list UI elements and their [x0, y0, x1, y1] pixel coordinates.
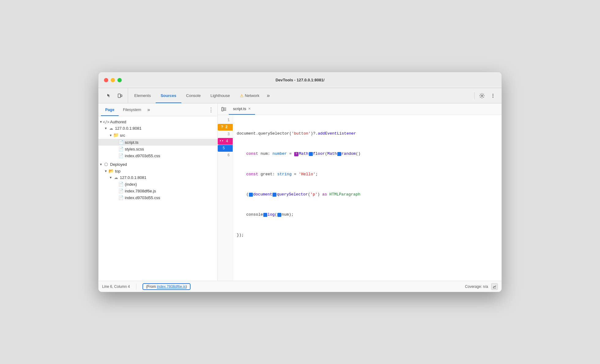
- script-ts-label: script.ts: [125, 140, 139, 145]
- tree-script-ts[interactable]: 📄 script.ts: [98, 139, 217, 146]
- tree-index-css[interactable]: 📄 index.d9703d55.css: [98, 152, 217, 159]
- tree-deployed-top[interactable]: ▼ 📂 top: [98, 168, 217, 174]
- window-controls: [104, 78, 122, 82]
- tab-elements[interactable]: Elements: [129, 88, 156, 103]
- index-js-label: index.7808df6e.js: [125, 189, 156, 193]
- window-title: DevTools - 127.0.0.1:8081/: [276, 78, 324, 82]
- src-folder-label: src: [120, 133, 125, 138]
- source-prefix: (From: [146, 284, 157, 289]
- deployed-cloud-icon: ☁: [113, 175, 119, 180]
- tree-index-js[interactable]: 📄 index.7808df6e.js: [98, 188, 217, 194]
- top-folder-label: top: [115, 169, 120, 173]
- svg-rect-0: [118, 94, 120, 98]
- tabbar-right: [473, 88, 502, 103]
- code-line-1: document.querySelector('button')?.addEve…: [237, 130, 498, 137]
- network-warning-icon: ⚠: [240, 93, 244, 98]
- src-arrow-icon: ▼: [108, 134, 113, 137]
- main-tabbar: Elements Sources Console Lighthouse ⚠ Ne…: [98, 88, 502, 103]
- tab-more-button[interactable]: »: [264, 88, 272, 103]
- inspect-icon[interactable]: [104, 91, 114, 101]
- devtools-icons: [101, 88, 128, 103]
- file-js-icon: 📄: [118, 188, 124, 193]
- code-line-2: const num: number = ?Mathfloor(Mathrando…: [237, 150, 498, 157]
- editor-tab-script-ts[interactable]: script.ts ✕: [229, 103, 255, 115]
- cube-icon: ⬡: [103, 162, 109, 167]
- code-brackets-icon: </>: [103, 120, 109, 124]
- tab-lighthouse[interactable]: Lighthouse: [206, 88, 235, 103]
- tree-styles-scss[interactable]: 📄 styles.scss: [98, 146, 217, 152]
- tree-index-html[interactable]: 📄 (index): [98, 181, 217, 188]
- authored-server-arrow-icon: ▼: [103, 127, 108, 130]
- editor-tab-label: script.ts: [233, 107, 246, 111]
- index-html-label: (index): [125, 182, 137, 187]
- code-line-4: (documentquerySelector('p') as HTMLParag…: [237, 191, 498, 198]
- tree-authored-server[interactable]: ▼ ☁ 127.0.0.1:8081: [98, 125, 217, 132]
- code-line-3: const greet: string = 'Hello';: [237, 171, 498, 178]
- source-badge: (From index.7808df6e.js): [143, 283, 191, 290]
- coverage-label: Coverage: n/a: [465, 284, 488, 289]
- deployed-arrow-icon: ▼: [98, 163, 103, 166]
- maximize-button[interactable]: [117, 78, 122, 82]
- subtab-more-button[interactable]: »: [146, 103, 152, 116]
- coverage-icon[interactable]: [491, 283, 498, 290]
- authored-label: Authored: [110, 120, 126, 124]
- tree-deployed-header[interactable]: ▼ ⬡ Deployed: [98, 161, 217, 168]
- tab-network[interactable]: ⚠ Network: [235, 88, 264, 103]
- tree-authored-header[interactable]: ▼ </> Authored: [98, 119, 217, 125]
- status-divider-1: [136, 284, 136, 290]
- file-deployed-css-icon: 📄: [118, 195, 124, 200]
- line-numbers: 1 ? 2 3 •• 4 5 6: [218, 115, 233, 281]
- tree-deployed-server[interactable]: ▼ ☁ 127.0.0.1:8081: [98, 174, 217, 181]
- code-line-6: });: [237, 232, 498, 239]
- devtools-window: DevTools - 127.0.0.1:8081/ Elements Sour…: [98, 72, 502, 292]
- more-options-icon[interactable]: [488, 91, 498, 101]
- code-content[interactable]: document.querySelector('button')?.addEve…: [233, 115, 502, 281]
- editor-sidebar-toggle[interactable]: [219, 103, 229, 115]
- settings-icon[interactable]: [477, 91, 487, 101]
- status-right: Coverage: n/a: [465, 283, 498, 290]
- cloud-icon: ☁: [108, 126, 114, 131]
- deployed-server-arrow-icon: ▼: [108, 176, 113, 179]
- subtab-filesystem[interactable]: Filesystem: [119, 103, 146, 116]
- source-link[interactable]: index.7808df6e.js: [157, 284, 186, 289]
- line-num-2[interactable]: ? 2: [218, 124, 233, 131]
- minimize-button[interactable]: [111, 78, 115, 82]
- left-panel: Page Filesystem » ⋮ ▼ </> Authored: [98, 103, 218, 281]
- file-tree: ▼ </> Authored ▼ ☁ 127.0.0.1:8081 ▼ 📁 sr…: [98, 116, 218, 203]
- file-css-icon: 📄: [118, 153, 124, 158]
- svg-point-2: [481, 95, 483, 96]
- tree-src-folder[interactable]: ▼ 📁 src: [98, 132, 217, 139]
- tree-index-deployed-css[interactable]: 📄 index.d9703d55.css: [98, 194, 217, 201]
- folder-white-icon: 📂: [108, 169, 114, 173]
- tab-console[interactable]: Console: [181, 88, 206, 103]
- deployed-label: Deployed: [110, 162, 127, 167]
- line-num-1: 1: [218, 117, 233, 124]
- svg-point-4: [493, 95, 494, 96]
- line-num-6: 6: [218, 152, 233, 159]
- line-num-4[interactable]: •• 4: [218, 138, 233, 145]
- line-num-5[interactable]: 5: [218, 145, 233, 152]
- svg-rect-6: [222, 107, 223, 111]
- tab-sources[interactable]: Sources: [156, 88, 181, 103]
- statusbar: Line 6, Column 4 (From index.7808df6e.js…: [98, 281, 502, 292]
- styles-scss-label: styles.scss: [125, 147, 144, 151]
- index-deployed-css-label: index.d9703d55.css: [125, 195, 160, 200]
- folder-orange-icon: 📁: [113, 132, 119, 138]
- subtab-page[interactable]: Page: [101, 103, 119, 116]
- editor-tabs: script.ts ✕: [218, 103, 502, 115]
- index-css-label: index.d9703d55.css: [125, 154, 160, 158]
- svg-point-5: [493, 97, 494, 98]
- device-icon[interactable]: [115, 91, 125, 101]
- close-button[interactable]: [104, 78, 108, 82]
- editor-tab-close[interactable]: ✕: [248, 107, 251, 111]
- main-content: Page Filesystem » ⋮ ▼ </> Authored: [98, 103, 502, 281]
- authored-server-label: 127.0.0.1:8081: [115, 126, 142, 131]
- titlebar: DevTools - 127.0.0.1:8081/: [98, 72, 502, 88]
- svg-point-3: [493, 94, 494, 95]
- code-line-5: consolelog(num);: [237, 211, 498, 218]
- file-index-icon: 📄: [118, 182, 124, 187]
- subtab-actions: ⋮: [207, 103, 217, 116]
- svg-rect-1: [121, 95, 122, 97]
- subtab-menu-button[interactable]: ⋮: [207, 105, 215, 114]
- file-ts-icon: 📄: [118, 140, 124, 145]
